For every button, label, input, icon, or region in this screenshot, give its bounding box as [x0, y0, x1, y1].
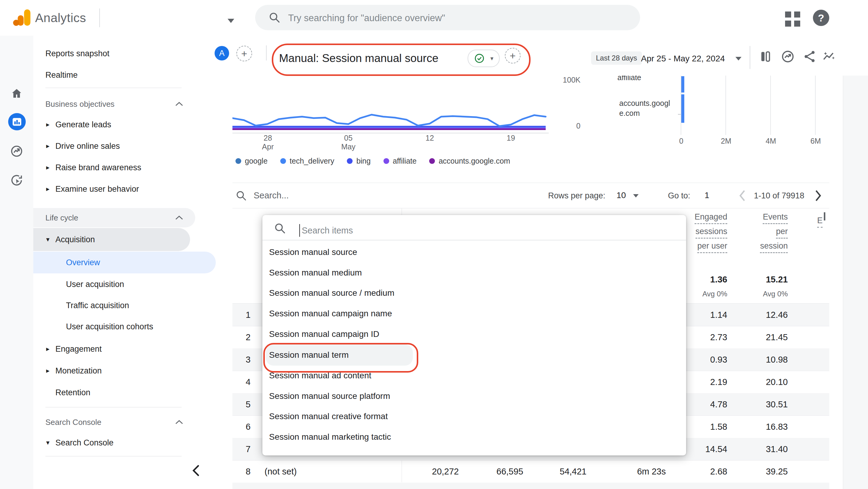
- legend-affiliate[interactable]: affiliate: [383, 157, 417, 165]
- bar-x-tick-4m: 4M: [764, 137, 778, 145]
- reports-nav-selected[interactable]: [8, 113, 26, 130]
- sidebar-item-drive-online-sales[interactable]: ▸Drive online sales: [33, 136, 190, 156]
- dropdown-item-session-manual-campaign-name[interactable]: Session manual campaign name: [262, 304, 687, 324]
- analytics-logo-icon: [11, 7, 33, 28]
- sidebar-item-traffic-acquisition[interactable]: Traffic acquisition: [33, 296, 216, 315]
- sidebar-item-reports-snapshot[interactable]: Reports snapshot: [33, 44, 195, 63]
- legend-dot-icon: [280, 158, 286, 164]
- bar-label-accounts: accounts.google.com: [619, 98, 680, 118]
- dimension-picker-dropdown: Search items Session manual source Sessi…: [262, 215, 686, 455]
- sidebar-item-examine-user-behavior[interactable]: ▸Examine user behavior: [33, 179, 190, 199]
- rows-per-page-select[interactable]: 10: [617, 191, 626, 200]
- table-scroll-gutter[interactable]: [843, 75, 868, 489]
- sidebar-item-acquisition[interactable]: ▾Acquisition: [33, 228, 190, 251]
- top-app-bar: Analytics Try searching for "audience ov…: [0, 0, 868, 36]
- x-tick-05: 05May: [339, 134, 358, 151]
- sidebar-item-generate-leads[interactable]: ▸Generate leads: [33, 115, 190, 134]
- legend-dot-icon: [429, 158, 435, 164]
- table-border: [232, 183, 829, 183]
- sparkline-insights-icon[interactable]: [822, 50, 836, 64]
- sidebar-divider: [45, 456, 182, 456]
- search-icon: [269, 11, 281, 24]
- date-range-selector[interactable]: Apr 25 - May 22, 2024: [641, 54, 725, 64]
- legend-google[interactable]: google: [236, 157, 268, 165]
- goto-label: Go to:: [668, 191, 690, 200]
- total-events-per-session: 15.21: [727, 274, 788, 285]
- sidebar-item-raise-brand-awareness[interactable]: ▸Raise brand awareness: [33, 158, 190, 177]
- dropdown-item-session-manual-ad-content[interactable]: Session manual ad content: [262, 366, 687, 386]
- chevron-down-icon[interactable]: [633, 194, 639, 197]
- edit-comparison-icon[interactable]: [758, 50, 772, 64]
- dropdown-item-session-manual-creative-format[interactable]: Session manual creative format: [262, 406, 687, 426]
- dimension-applied-badge[interactable]: ▾: [468, 50, 500, 67]
- expand-arrow-icon: ▸: [40, 185, 55, 193]
- dropdown-item-session-manual-source-platform[interactable]: Session manual source platform: [262, 386, 687, 406]
- bar-x-tick-6m: 6M: [809, 137, 823, 145]
- sidebar-item-retention[interactable]: Retention: [33, 383, 190, 402]
- avatar[interactable]: A: [215, 46, 229, 61]
- dropdown-item-session-manual-source[interactable]: Session manual source: [262, 242, 687, 262]
- table-row[interactable]: 8 (not set) 20,272 66,595 54,421 6m 23s …: [232, 460, 829, 483]
- sidebar-item-user-acquisition[interactable]: User acquisition: [33, 274, 216, 294]
- legend-bing[interactable]: bing: [347, 157, 370, 165]
- expand-arrow-icon: ▸: [40, 142, 55, 150]
- advertising-icon[interactable]: [0, 173, 33, 187]
- table-row-partial: [232, 483, 829, 489]
- chevron-down-icon: [227, 19, 234, 23]
- explore-icon[interactable]: [0, 144, 33, 158]
- previous-page-chevron-icon[interactable]: [739, 189, 746, 202]
- sidebar-item-engagement[interactable]: ▸Engagement: [33, 339, 190, 359]
- legend-dot-icon: [236, 158, 241, 164]
- section-business-objectives[interactable]: Business objectives: [33, 94, 195, 114]
- topbar-divider: [99, 8, 100, 27]
- sidebar-item-overview-selected[interactable]: Overview: [33, 252, 216, 273]
- dropdown-item-session-manual-term-highlighted[interactable]: Session manual term: [266, 345, 413, 366]
- add-filter-button[interactable]: +: [505, 48, 521, 64]
- legend-dot-icon: [347, 158, 352, 164]
- table-border: [232, 208, 829, 208]
- chart-legend: google tech_delivery bing affiliate acco…: [236, 157, 510, 165]
- home-icon[interactable]: [0, 87, 33, 100]
- goto-page-input[interactable]: 1: [705, 191, 709, 200]
- sidebar-divider: [45, 88, 182, 88]
- bar-accounts: [681, 94, 684, 123]
- google-apps-grid-icon[interactable]: [785, 11, 801, 27]
- pagination-range: 1-10 of 79918: [754, 191, 804, 200]
- dropdown-item-session-manual-marketing-tactic[interactable]: Session manual marketing tactic: [262, 427, 687, 447]
- share-icon[interactable]: [803, 50, 816, 64]
- table-search-input[interactable]: Search...: [254, 191, 289, 200]
- dropdown-item-session-manual-campaign-id[interactable]: Session manual campaign ID: [262, 324, 687, 344]
- dropdown-search-input[interactable]: Search items: [302, 226, 353, 236]
- header-divider: [750, 46, 750, 69]
- chevron-up-icon: [175, 215, 184, 221]
- next-page-chevron-icon[interactable]: [815, 189, 822, 202]
- sidebar-item-search-console[interactable]: ▾Search Console: [33, 433, 190, 452]
- help-icon[interactable]: ?: [813, 10, 829, 26]
- col-header-truncated[interactable]: E: [817, 212, 835, 230]
- google-line: [232, 115, 546, 126]
- table-search-icon[interactable]: [236, 190, 247, 201]
- property-selector[interactable]: [227, 19, 234, 23]
- legend-accounts-google-com[interactable]: accounts.google.com: [429, 157, 510, 165]
- legend-tech-delivery[interactable]: tech_delivery: [280, 157, 334, 165]
- sidebar-item-realtime[interactable]: Realtime: [33, 65, 195, 85]
- text-cursor: [299, 224, 300, 237]
- dropdown-item-session-manual-source-medium[interactable]: Session manual source / medium: [262, 283, 687, 303]
- sidebar-item-monetization[interactable]: ▸Monetization: [33, 361, 190, 381]
- add-comparison-button[interactable]: +: [236, 46, 252, 61]
- dropdown-item-session-manual-medium[interactable]: Session manual medium: [262, 263, 687, 283]
- chevron-up-icon: [175, 101, 184, 107]
- bar-chart-icon: [11, 116, 23, 128]
- sidebar-item-user-acquisition-cohorts[interactable]: User acquisition cohorts: [33, 317, 216, 336]
- section-life-cycle[interactable]: Life cycle: [33, 208, 195, 227]
- collapse-sidebar-chevron-icon[interactable]: [191, 464, 202, 477]
- date-preset-chip: Last 28 days: [591, 52, 642, 65]
- search-placeholder: Try searching for "audience overview": [288, 13, 445, 24]
- col-header-events-per-session[interactable]: Events per session: [742, 212, 788, 256]
- bar-x-tick-2m: 2M: [719, 137, 733, 145]
- section-search-console[interactable]: Search Console: [33, 413, 195, 432]
- chevron-down-icon: [736, 57, 742, 61]
- collapse-arrow-icon: ▾: [40, 236, 55, 243]
- insights-trend-icon[interactable]: [781, 50, 795, 64]
- chevron-down-icon: ▾: [490, 55, 493, 62]
